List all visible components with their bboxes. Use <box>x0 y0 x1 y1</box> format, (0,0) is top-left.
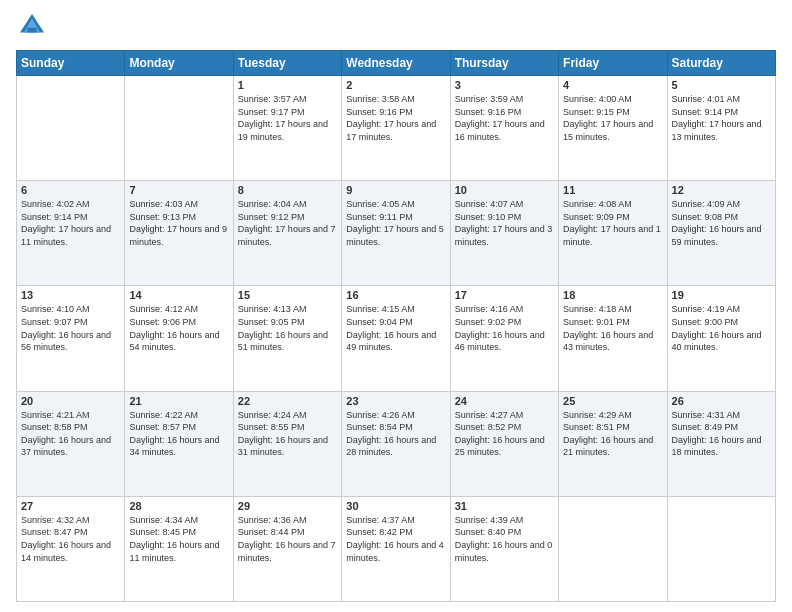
day-number: 16 <box>346 289 445 301</box>
calendar-header-friday: Friday <box>559 51 667 76</box>
calendar-cell: 14Sunrise: 4:12 AM Sunset: 9:06 PM Dayli… <box>125 286 233 391</box>
calendar-cell: 30Sunrise: 4:37 AM Sunset: 8:42 PM Dayli… <box>342 496 450 601</box>
day-number: 14 <box>129 289 228 301</box>
day-info: Sunrise: 4:13 AM Sunset: 9:05 PM Dayligh… <box>238 303 337 353</box>
day-info: Sunrise: 4:32 AM Sunset: 8:47 PM Dayligh… <box>21 514 120 564</box>
calendar-week-5: 27Sunrise: 4:32 AM Sunset: 8:47 PM Dayli… <box>17 496 776 601</box>
calendar-cell: 20Sunrise: 4:21 AM Sunset: 8:58 PM Dayli… <box>17 391 125 496</box>
day-info: Sunrise: 4:00 AM Sunset: 9:15 PM Dayligh… <box>563 93 662 143</box>
day-info: Sunrise: 4:04 AM Sunset: 9:12 PM Dayligh… <box>238 198 337 248</box>
day-number: 22 <box>238 395 337 407</box>
calendar-header-sunday: Sunday <box>17 51 125 76</box>
day-number: 5 <box>672 79 771 91</box>
calendar-cell: 2Sunrise: 3:58 AM Sunset: 9:16 PM Daylig… <box>342 76 450 181</box>
calendar-cell <box>559 496 667 601</box>
day-number: 12 <box>672 184 771 196</box>
day-info: Sunrise: 3:58 AM Sunset: 9:16 PM Dayligh… <box>346 93 445 143</box>
calendar-cell: 11Sunrise: 4:08 AM Sunset: 9:09 PM Dayli… <box>559 181 667 286</box>
calendar-cell: 1Sunrise: 3:57 AM Sunset: 9:17 PM Daylig… <box>233 76 341 181</box>
calendar-cell: 24Sunrise: 4:27 AM Sunset: 8:52 PM Dayli… <box>450 391 558 496</box>
day-info: Sunrise: 4:15 AM Sunset: 9:04 PM Dayligh… <box>346 303 445 353</box>
day-info: Sunrise: 4:02 AM Sunset: 9:14 PM Dayligh… <box>21 198 120 248</box>
calendar-header-monday: Monday <box>125 51 233 76</box>
day-number: 3 <box>455 79 554 91</box>
svg-rect-2 <box>27 28 37 33</box>
day-info: Sunrise: 4:22 AM Sunset: 8:57 PM Dayligh… <box>129 409 228 459</box>
day-info: Sunrise: 4:39 AM Sunset: 8:40 PM Dayligh… <box>455 514 554 564</box>
day-number: 29 <box>238 500 337 512</box>
day-info: Sunrise: 4:18 AM Sunset: 9:01 PM Dayligh… <box>563 303 662 353</box>
day-info: Sunrise: 4:12 AM Sunset: 9:06 PM Dayligh… <box>129 303 228 353</box>
day-number: 26 <box>672 395 771 407</box>
day-number: 25 <box>563 395 662 407</box>
calendar-cell: 28Sunrise: 4:34 AM Sunset: 8:45 PM Dayli… <box>125 496 233 601</box>
calendar-cell: 6Sunrise: 4:02 AM Sunset: 9:14 PM Daylig… <box>17 181 125 286</box>
day-number: 13 <box>21 289 120 301</box>
calendar-header-saturday: Saturday <box>667 51 775 76</box>
day-info: Sunrise: 3:59 AM Sunset: 9:16 PM Dayligh… <box>455 93 554 143</box>
calendar-header-thursday: Thursday <box>450 51 558 76</box>
day-info: Sunrise: 4:31 AM Sunset: 8:49 PM Dayligh… <box>672 409 771 459</box>
day-number: 10 <box>455 184 554 196</box>
calendar-cell: 17Sunrise: 4:16 AM Sunset: 9:02 PM Dayli… <box>450 286 558 391</box>
day-info: Sunrise: 4:07 AM Sunset: 9:10 PM Dayligh… <box>455 198 554 248</box>
day-info: Sunrise: 4:19 AM Sunset: 9:00 PM Dayligh… <box>672 303 771 353</box>
day-number: 17 <box>455 289 554 301</box>
calendar-header-tuesday: Tuesday <box>233 51 341 76</box>
calendar-cell: 26Sunrise: 4:31 AM Sunset: 8:49 PM Dayli… <box>667 391 775 496</box>
day-info: Sunrise: 3:57 AM Sunset: 9:17 PM Dayligh… <box>238 93 337 143</box>
day-info: Sunrise: 4:36 AM Sunset: 8:44 PM Dayligh… <box>238 514 337 564</box>
calendar-cell: 13Sunrise: 4:10 AM Sunset: 9:07 PM Dayli… <box>17 286 125 391</box>
day-number: 11 <box>563 184 662 196</box>
day-info: Sunrise: 4:24 AM Sunset: 8:55 PM Dayligh… <box>238 409 337 459</box>
day-number: 7 <box>129 184 228 196</box>
calendar-cell: 10Sunrise: 4:07 AM Sunset: 9:10 PM Dayli… <box>450 181 558 286</box>
calendar-cell: 22Sunrise: 4:24 AM Sunset: 8:55 PM Dayli… <box>233 391 341 496</box>
day-number: 9 <box>346 184 445 196</box>
day-number: 24 <box>455 395 554 407</box>
calendar-cell: 9Sunrise: 4:05 AM Sunset: 9:11 PM Daylig… <box>342 181 450 286</box>
calendar-cell: 31Sunrise: 4:39 AM Sunset: 8:40 PM Dayli… <box>450 496 558 601</box>
calendar-cell <box>667 496 775 601</box>
calendar-week-4: 20Sunrise: 4:21 AM Sunset: 8:58 PM Dayli… <box>17 391 776 496</box>
calendar-cell <box>125 76 233 181</box>
calendar-cell: 21Sunrise: 4:22 AM Sunset: 8:57 PM Dayli… <box>125 391 233 496</box>
day-info: Sunrise: 4:29 AM Sunset: 8:51 PM Dayligh… <box>563 409 662 459</box>
day-number: 19 <box>672 289 771 301</box>
calendar-cell: 29Sunrise: 4:36 AM Sunset: 8:44 PM Dayli… <box>233 496 341 601</box>
calendar-week-1: 1Sunrise: 3:57 AM Sunset: 9:17 PM Daylig… <box>17 76 776 181</box>
day-info: Sunrise: 4:01 AM Sunset: 9:14 PM Dayligh… <box>672 93 771 143</box>
calendar-header-row: SundayMondayTuesdayWednesdayThursdayFrid… <box>17 51 776 76</box>
day-number: 28 <box>129 500 228 512</box>
day-number: 1 <box>238 79 337 91</box>
page: SundayMondayTuesdayWednesdayThursdayFrid… <box>0 0 792 612</box>
day-info: Sunrise: 4:21 AM Sunset: 8:58 PM Dayligh… <box>21 409 120 459</box>
logo <box>16 10 52 42</box>
calendar-week-3: 13Sunrise: 4:10 AM Sunset: 9:07 PM Dayli… <box>17 286 776 391</box>
day-number: 20 <box>21 395 120 407</box>
day-number: 15 <box>238 289 337 301</box>
day-number: 30 <box>346 500 445 512</box>
calendar-cell: 27Sunrise: 4:32 AM Sunset: 8:47 PM Dayli… <box>17 496 125 601</box>
day-info: Sunrise: 4:03 AM Sunset: 9:13 PM Dayligh… <box>129 198 228 248</box>
calendar-cell: 19Sunrise: 4:19 AM Sunset: 9:00 PM Dayli… <box>667 286 775 391</box>
calendar-cell: 23Sunrise: 4:26 AM Sunset: 8:54 PM Dayli… <box>342 391 450 496</box>
day-number: 31 <box>455 500 554 512</box>
day-info: Sunrise: 4:26 AM Sunset: 8:54 PM Dayligh… <box>346 409 445 459</box>
calendar-cell: 25Sunrise: 4:29 AM Sunset: 8:51 PM Dayli… <box>559 391 667 496</box>
day-info: Sunrise: 4:08 AM Sunset: 9:09 PM Dayligh… <box>563 198 662 248</box>
day-info: Sunrise: 4:09 AM Sunset: 9:08 PM Dayligh… <box>672 198 771 248</box>
calendar-cell: 18Sunrise: 4:18 AM Sunset: 9:01 PM Dayli… <box>559 286 667 391</box>
day-number: 4 <box>563 79 662 91</box>
day-number: 6 <box>21 184 120 196</box>
day-info: Sunrise: 4:16 AM Sunset: 9:02 PM Dayligh… <box>455 303 554 353</box>
calendar-cell <box>17 76 125 181</box>
calendar-cell: 12Sunrise: 4:09 AM Sunset: 9:08 PM Dayli… <box>667 181 775 286</box>
calendar-cell: 16Sunrise: 4:15 AM Sunset: 9:04 PM Dayli… <box>342 286 450 391</box>
day-number: 27 <box>21 500 120 512</box>
day-number: 18 <box>563 289 662 301</box>
day-info: Sunrise: 4:37 AM Sunset: 8:42 PM Dayligh… <box>346 514 445 564</box>
calendar-header-wednesday: Wednesday <box>342 51 450 76</box>
logo-icon <box>16 10 48 42</box>
calendar-week-2: 6Sunrise: 4:02 AM Sunset: 9:14 PM Daylig… <box>17 181 776 286</box>
